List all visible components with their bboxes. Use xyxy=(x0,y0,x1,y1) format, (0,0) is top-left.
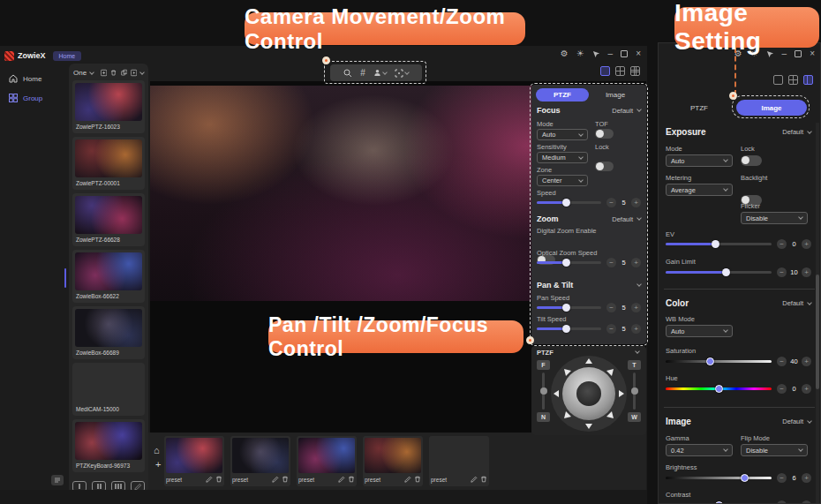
layout-grid2-icon[interactable] xyxy=(615,66,625,76)
focus-slider-thumb[interactable] xyxy=(540,387,547,395)
home-icon xyxy=(9,74,18,83)
sidebar-item-home[interactable]: Home xyxy=(0,69,67,88)
increment-button[interactable]: + xyxy=(802,267,811,277)
brightness-slider[interactable] xyxy=(666,477,772,479)
grid-hash-icon[interactable]: # xyxy=(360,68,365,78)
slider-thumb[interactable] xyxy=(706,357,714,365)
group-selector[interactable]: One xyxy=(73,69,87,77)
ptz-joystick[interactable] xyxy=(550,355,628,433)
swap-view-icon[interactable] xyxy=(121,69,127,77)
preset-home-icon[interactable]: ⌂ xyxy=(154,445,160,455)
collapse-panel-button[interactable] xyxy=(51,475,64,485)
layout-single-icon[interactable] xyxy=(600,66,610,76)
camera-card[interactable]: ZowiePTZ-16023 xyxy=(72,80,145,133)
camera-card[interactable]: ZowieBox-66689 xyxy=(72,306,145,359)
camera-card[interactable]: ZowiePTZ-00001 xyxy=(72,137,145,190)
add-preset-icon[interactable]: + xyxy=(155,459,161,470)
preset-card[interactable]: preset xyxy=(230,436,290,486)
color-section-header: Color Default xyxy=(666,298,811,308)
settings-gear-icon[interactable]: ⚙ xyxy=(561,49,569,58)
trash-icon[interactable] xyxy=(282,476,289,483)
panel-scrollbar[interactable] xyxy=(816,123,819,503)
preset-card[interactable]: preset xyxy=(363,436,423,486)
close-button[interactable]: × xyxy=(636,49,641,58)
edit-icon[interactable] xyxy=(272,476,279,483)
minimize-button[interactable]: – xyxy=(608,49,614,58)
gamma-select[interactable]: 0.42 xyxy=(666,444,733,456)
camera-card[interactable]: PTZKeyBoard-96973 xyxy=(72,419,145,472)
metering-select[interactable]: Average xyxy=(666,184,733,196)
wb-mode-select[interactable]: Auto xyxy=(666,325,733,337)
theme-sun-icon[interactable]: ☀ xyxy=(576,49,584,58)
zoom-slider-thumb[interactable] xyxy=(631,387,638,395)
exposure-lock-toggle[interactable] xyxy=(741,155,762,166)
increment-button[interactable]: + xyxy=(802,384,811,394)
increment-button[interactable]: + xyxy=(802,500,811,504)
joystick-knob[interactable] xyxy=(576,381,601,406)
exposure-mode-select[interactable]: Auto xyxy=(666,154,733,167)
brightness-row: −6+ xyxy=(666,473,811,483)
slider-thumb[interactable] xyxy=(722,268,730,276)
pointer-icon[interactable] xyxy=(592,50,600,58)
focus-far-button[interactable]: F xyxy=(537,360,550,370)
camera-card[interactable]: ZowiePTZ-66628 xyxy=(72,193,145,246)
home-tab[interactable]: Home xyxy=(53,51,82,61)
slider-thumb[interactable] xyxy=(741,474,749,482)
zoom-wide-button[interactable]: W xyxy=(628,412,641,422)
layout-grid3-icon[interactable] xyxy=(803,75,813,85)
camera-list-scrollbar[interactable] xyxy=(64,268,66,288)
delete-device-icon[interactable] xyxy=(110,69,117,77)
preset-card[interactable]: preset xyxy=(429,436,489,486)
trash-icon[interactable] xyxy=(480,476,487,483)
tab-ptzf[interactable]: PTZF xyxy=(666,100,733,116)
decrement-button[interactable]: − xyxy=(777,267,787,277)
edit-icon[interactable] xyxy=(206,476,213,483)
focus-near-button[interactable]: N xyxy=(537,412,550,422)
increment-button[interactable]: + xyxy=(802,473,811,483)
saturation-slider[interactable] xyxy=(666,360,772,363)
focus-slider-track[interactable] xyxy=(542,372,545,410)
add-device-icon[interactable] xyxy=(101,69,107,77)
zoom-tele-button[interactable]: T xyxy=(628,360,641,370)
preset-card[interactable]: preset xyxy=(297,436,357,486)
edit-icon[interactable] xyxy=(471,476,478,483)
decrement-button[interactable]: − xyxy=(777,357,787,366)
edit-icon[interactable] xyxy=(404,476,411,483)
maximize-button[interactable] xyxy=(621,50,628,57)
flip-mode-select[interactable]: Disable xyxy=(741,444,808,456)
sidebar-item-group[interactable]: Group xyxy=(0,88,67,108)
preset-card[interactable]: preset xyxy=(164,436,224,486)
tracking-person-control[interactable] xyxy=(373,69,387,77)
decrement-button[interactable]: − xyxy=(777,239,787,249)
camera-card[interactable]: MediCAM-15000 xyxy=(72,363,145,416)
play-mode-icon[interactable] xyxy=(131,69,137,77)
scrollbar-thumb[interactable] xyxy=(816,275,819,388)
color-preset-select[interactable]: Default xyxy=(782,299,811,307)
layout-grid2-icon[interactable] xyxy=(788,75,798,85)
preset-thumbnail xyxy=(166,438,222,473)
edit-icon[interactable] xyxy=(338,476,345,483)
hue-slider[interactable] xyxy=(666,387,772,390)
focus-frame-control[interactable] xyxy=(395,69,409,78)
decrement-button[interactable]: − xyxy=(777,384,787,394)
zoom-slider-track[interactable] xyxy=(633,372,636,410)
camera-card[interactable]: ZowieBox-66622 xyxy=(72,250,145,303)
decrement-button[interactable]: − xyxy=(777,500,787,504)
gain-limit-slider[interactable] xyxy=(666,271,772,274)
trash-icon[interactable] xyxy=(215,476,222,483)
flicker-select[interactable]: Disable xyxy=(741,212,808,224)
slider-thumb[interactable] xyxy=(712,240,719,248)
trash-icon[interactable] xyxy=(414,476,421,483)
pan-tilt-focus-annotation: Pan /Tilt /Zoom/Focus Control xyxy=(268,320,523,353)
image-preset-select[interactable]: Default xyxy=(782,417,811,425)
slider-thumb[interactable] xyxy=(715,385,723,393)
increment-button[interactable]: + xyxy=(802,239,811,249)
ev-slider[interactable] xyxy=(666,243,772,245)
exposure-preset-select[interactable]: Default xyxy=(782,128,811,136)
increment-button[interactable]: + xyxy=(802,357,811,366)
zoom-search-icon[interactable] xyxy=(343,69,352,78)
trash-icon[interactable] xyxy=(348,476,355,483)
layout-single-icon[interactable] xyxy=(773,75,783,85)
layout-grid3-icon[interactable] xyxy=(630,66,640,76)
decrement-button[interactable]: − xyxy=(777,473,787,483)
